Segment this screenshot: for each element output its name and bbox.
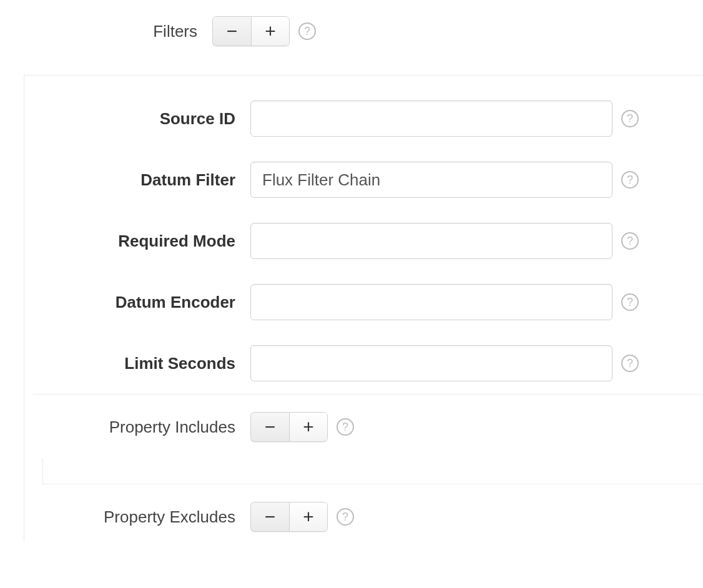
minus-icon: − <box>265 507 276 526</box>
help-icon: ? <box>627 235 633 248</box>
limit-seconds-input[interactable] <box>250 345 612 381</box>
source-id-help-icon[interactable]: ? <box>621 110 639 127</box>
limit-seconds-controls: ? <box>250 345 639 381</box>
datum-encoder-label: Datum Encoder <box>24 293 250 312</box>
plus-icon: + <box>265 22 276 41</box>
minus-icon: − <box>227 22 238 41</box>
property-includes-btn-group: − + <box>250 412 328 442</box>
property-includes-help-icon[interactable]: ? <box>337 418 354 436</box>
filters-nested-section: Source ID ? Datum Filter Flux Filter Cha… <box>24 75 703 541</box>
help-icon: ? <box>627 296 633 309</box>
help-icon: ? <box>627 174 633 187</box>
help-icon: ? <box>627 357 633 370</box>
property-includes-remove-button[interactable]: − <box>250 412 289 442</box>
datum-filter-help-icon[interactable]: ? <box>621 171 639 189</box>
property-excludes-controls: − + ? <box>250 502 354 532</box>
property-excludes-btn-group: − + <box>250 502 328 532</box>
required-mode-help-icon[interactable]: ? <box>621 232 639 250</box>
datum-filter-select[interactable]: Flux Filter Chain <box>250 162 612 198</box>
limit-seconds-row: Limit Seconds ? <box>24 333 703 394</box>
filters-row: Filters − + ? <box>0 12 703 50</box>
help-icon: ? <box>304 25 310 38</box>
datum-filter-row: Datum Filter Flux Filter Chain ? <box>24 149 703 210</box>
minus-icon: − <box>265 418 276 436</box>
filters-add-button[interactable]: + <box>251 16 290 46</box>
property-includes-label: Property Includes <box>33 418 250 437</box>
filters-remove-button[interactable]: − <box>212 16 251 46</box>
datum-filter-value: Flux Filter Chain <box>262 170 380 190</box>
property-includes-row: Property Includes − + ? <box>33 394 703 442</box>
required-mode-label: Required Mode <box>24 232 250 251</box>
property-includes-controls: − + ? <box>250 412 354 442</box>
required-mode-row: Required Mode ? <box>24 210 703 272</box>
source-id-input[interactable] <box>250 100 612 137</box>
help-icon: ? <box>342 421 348 434</box>
datum-encoder-controls: ? <box>250 284 639 320</box>
property-excludes-help-icon[interactable]: ? <box>337 508 354 526</box>
source-id-controls: ? <box>250 100 639 137</box>
datum-encoder-help-icon[interactable]: ? <box>621 293 639 311</box>
property-includes-section: Property Includes − + ? <box>33 394 703 484</box>
filters-label: Filters <box>0 22 212 41</box>
filters-controls: − + ? <box>212 16 316 46</box>
filters-btn-group: − + <box>212 16 290 46</box>
filters-help-icon[interactable]: ? <box>298 22 316 40</box>
property-excludes-row: Property Excludes − + ? <box>33 484 703 532</box>
help-icon: ? <box>342 511 348 524</box>
limit-seconds-help-icon[interactable]: ? <box>621 355 639 372</box>
property-excludes-section: Property Excludes − + ? <box>33 484 703 532</box>
datum-encoder-input[interactable] <box>250 284 612 320</box>
required-mode-controls: ? <box>250 223 639 259</box>
datum-filter-controls: Flux Filter Chain ? <box>250 162 639 198</box>
property-includes-empty-area <box>42 459 703 484</box>
source-id-label: Source ID <box>24 109 250 129</box>
property-excludes-add-button[interactable]: + <box>289 502 328 532</box>
datum-encoder-row: Datum Encoder ? <box>24 272 703 333</box>
property-excludes-remove-button[interactable]: − <box>250 502 289 532</box>
required-mode-input[interactable] <box>250 223 612 259</box>
property-includes-add-button[interactable]: + <box>289 412 328 442</box>
limit-seconds-label: Limit Seconds <box>24 354 250 373</box>
plus-icon: + <box>303 507 314 526</box>
plus-icon: + <box>303 418 314 436</box>
property-excludes-label: Property Excludes <box>33 507 250 527</box>
source-id-row: Source ID ? <box>24 88 703 149</box>
datum-filter-label: Datum Filter <box>24 170 250 190</box>
help-icon: ? <box>627 112 633 125</box>
